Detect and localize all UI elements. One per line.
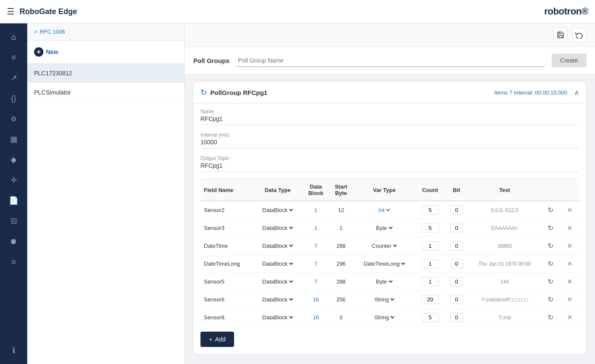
output-topic-value[interactable]: RFCpg1 (200, 162, 579, 172)
data-type-select[interactable]: DataBlock (260, 224, 295, 232)
cell-var-type[interactable]: DateTimeLong (353, 255, 415, 273)
cell-data-type[interactable]: DataBlock (253, 291, 303, 309)
count-input[interactable] (422, 241, 439, 250)
cell-delete-action[interactable]: ✕ (560, 219, 579, 237)
cell-refresh-action[interactable]: ↻ (541, 309, 560, 327)
cell-bit[interactable] (445, 291, 469, 309)
sidebar-item-diamond[interactable]: ◆ (5, 151, 22, 168)
count-input[interactable] (422, 313, 439, 322)
refresh-row-button[interactable]: ↻ (546, 312, 555, 322)
cell-delete-action[interactable]: ✕ (560, 273, 579, 291)
cell-count[interactable] (416, 255, 445, 273)
cell-var-type[interactable]: String (353, 309, 415, 327)
menu-icon[interactable]: ☰ (7, 6, 14, 17)
bit-input[interactable] (450, 313, 463, 322)
data-type-select[interactable]: DataBlock (260, 278, 295, 285)
add-button[interactable]: + Add (200, 332, 234, 347)
cell-data-type[interactable]: DataBlock (253, 219, 303, 237)
refresh-row-button[interactable]: ↻ (546, 277, 555, 287)
cell-bit[interactable] (445, 273, 469, 291)
new-button[interactable]: + New (34, 47, 58, 57)
refresh-row-button[interactable]: ↻ (546, 295, 555, 304)
cell-var-type[interactable]: Byte (353, 219, 415, 237)
refresh-row-button[interactable]: ↻ (546, 205, 555, 215)
sidebar-item-home[interactable]: ⌂ (5, 29, 22, 46)
name-value[interactable]: RFCpg1 (200, 115, 579, 125)
cell-refresh-action[interactable]: ↻ (541, 255, 560, 273)
bit-input[interactable] (450, 224, 463, 232)
interval-value[interactable]: 10000 (200, 139, 579, 149)
cell-refresh-action[interactable]: ↻ (541, 201, 560, 219)
cell-bit[interactable] (445, 237, 469, 255)
count-input[interactable] (422, 206, 439, 215)
var-type-select[interactable]: DateTimeLong (362, 260, 406, 267)
bit-input[interactable] (450, 277, 463, 286)
cell-bit[interactable] (445, 201, 469, 219)
sidebar-item-crosshair[interactable]: ✛ (5, 172, 22, 189)
cell-bit[interactable] (445, 219, 469, 237)
cell-refresh-action[interactable]: ↻ (541, 237, 560, 255)
cell-bit[interactable] (445, 255, 469, 273)
cell-count[interactable] (416, 273, 445, 291)
list-item[interactable]: PLC17230812 (27, 64, 184, 83)
poll-group-name-input[interactable] (236, 54, 545, 67)
history-button[interactable] (572, 28, 586, 42)
cell-var-type[interactable]: Int (353, 201, 415, 219)
cell-refresh-action[interactable]: ↻ (541, 219, 560, 237)
cell-count[interactable] (416, 219, 445, 237)
cell-delete-action[interactable]: ✕ (560, 309, 579, 327)
delete-row-button[interactable]: ✕ (565, 205, 574, 215)
bit-input[interactable] (450, 241, 463, 250)
refresh-row-button[interactable]: ↻ (546, 241, 555, 251)
refresh-row-button[interactable]: ↻ (546, 223, 555, 233)
cell-var-type[interactable]: Counter (353, 237, 415, 255)
refresh-row-button[interactable]: ↻ (546, 259, 555, 269)
delete-row-button[interactable]: ✕ (565, 241, 574, 251)
delete-row-button[interactable]: ✕ (565, 223, 574, 233)
cell-data-type[interactable]: DataBlock (253, 309, 303, 327)
sidebar-item-stack[interactable]: ≡ (5, 253, 22, 270)
cell-count[interactable] (416, 201, 445, 219)
var-type-select[interactable]: Byte (374, 224, 394, 232)
cell-count[interactable] (416, 237, 445, 255)
bit-input[interactable] (450, 295, 463, 304)
cell-bit[interactable] (445, 309, 469, 327)
var-type-select[interactable]: String (373, 296, 396, 303)
data-type-select[interactable]: DataBlock (260, 206, 295, 214)
sidebar-item-doc[interactable]: 📄 (5, 192, 22, 209)
var-type-select[interactable]: Byte (374, 278, 394, 285)
sidebar-item-info[interactable]: ℹ (5, 342, 22, 359)
save-button[interactable] (553, 28, 568, 42)
data-type-select[interactable]: DataBlock (260, 314, 295, 321)
data-type-select[interactable]: DataBlock (260, 260, 295, 267)
cell-count[interactable] (416, 291, 445, 309)
sidebar-item-layers[interactable]: ⊟ (5, 212, 22, 229)
delete-row-button[interactable]: ✕ (565, 277, 574, 287)
cell-delete-action[interactable]: ✕ (560, 255, 579, 273)
cell-data-type[interactable]: DataBlock (253, 273, 303, 291)
cell-data-type[interactable]: DataBlock (253, 201, 303, 219)
sidebar-item-grid[interactable]: ▦ (5, 131, 22, 148)
sidebar-item-record[interactable]: ⏺ (5, 233, 22, 250)
data-type-select[interactable]: DataBlock (260, 242, 295, 249)
cell-delete-action[interactable]: ✕ (560, 201, 579, 219)
count-input[interactable] (422, 277, 439, 286)
cell-delete-action[interactable]: ✕ (560, 291, 579, 309)
delete-row-button[interactable]: ✕ (565, 295, 574, 304)
cell-var-type[interactable]: String (353, 291, 415, 309)
bit-input[interactable] (450, 206, 463, 215)
collapse-icon[interactable]: ∧ (574, 89, 579, 97)
cell-refresh-action[interactable]: ↻ (541, 273, 560, 291)
var-type-select[interactable]: Int (377, 206, 392, 214)
cell-refresh-action[interactable]: ↻ (541, 291, 560, 309)
cell-data-type[interactable]: DataBlock (253, 237, 303, 255)
list-item[interactable]: PLCSimulator (27, 83, 184, 102)
cell-var-type[interactable]: Byte (353, 273, 415, 291)
breadcrumb-label[interactable]: RFC 1006 (40, 29, 65, 35)
count-input[interactable] (422, 295, 439, 304)
bit-input[interactable] (450, 259, 463, 268)
create-button[interactable]: Create (552, 54, 586, 67)
var-type-select[interactable]: String (373, 314, 396, 321)
cell-data-type[interactable]: DataBlock (253, 255, 303, 273)
delete-row-button[interactable]: ✕ (565, 259, 574, 269)
